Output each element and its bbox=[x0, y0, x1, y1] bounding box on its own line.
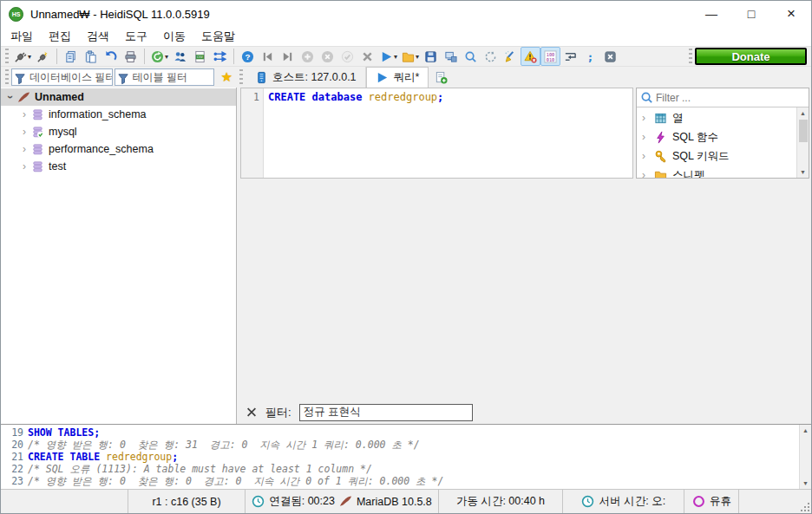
copy-button[interactable] bbox=[61, 47, 81, 66]
connect-button[interactable]: ▾ bbox=[11, 47, 33, 66]
query-tab-content: 1 CREATE database redredgroup; ›열›SQL 함수… bbox=[237, 88, 811, 424]
save-file-button[interactable] bbox=[421, 47, 441, 66]
tab-bar-grip[interactable] bbox=[239, 69, 243, 85]
print-button[interactable] bbox=[121, 47, 141, 66]
expand-icon[interactable]: › bbox=[642, 150, 653, 162]
post-changes-button[interactable] bbox=[337, 47, 357, 66]
reformat-button[interactable] bbox=[481, 47, 501, 66]
tree-node-label: Unnamed bbox=[35, 91, 84, 103]
sql-editor[interactable]: 1 CREATE database redredgroup; bbox=[240, 88, 633, 179]
favorites-star-button[interactable]: ★ bbox=[216, 69, 237, 85]
sql-log[interactable]: 19SHOW TABLES;20/* 영향 받은 행: 0 찾은 행: 31 경… bbox=[1, 425, 799, 489]
scroll-up-icon[interactable]: ▲ bbox=[800, 107, 806, 119]
menu-search[interactable]: 검색 bbox=[79, 27, 117, 46]
menu-tools[interactable]: 도구 bbox=[117, 27, 155, 46]
user-manager-button[interactable] bbox=[170, 47, 190, 66]
paste-button[interactable] bbox=[81, 47, 101, 66]
expand-icon[interactable]: › bbox=[642, 112, 653, 124]
close-button[interactable]: × bbox=[771, 1, 811, 27]
window-resize-grip[interactable] bbox=[799, 501, 810, 512]
first-row-button[interactable] bbox=[258, 47, 278, 66]
close-filter-icon[interactable] bbox=[246, 407, 258, 419]
expand-icon[interactable]: › bbox=[642, 169, 653, 178]
helpers-scroll-track[interactable] bbox=[799, 119, 808, 166]
main-toolbar: ▾▾CSV?▾▾100010; Donate bbox=[1, 46, 811, 67]
status-text: 연결됨: 00:23 bbox=[269, 494, 335, 509]
database-check-icon bbox=[30, 125, 44, 139]
donate-button[interactable]: Donate bbox=[695, 48, 807, 65]
folder-icon bbox=[653, 168, 667, 178]
toolbar-grip[interactable] bbox=[5, 49, 9, 64]
minimize-button[interactable]: — bbox=[691, 1, 731, 27]
menu-file[interactable]: 파일 bbox=[3, 27, 41, 46]
collapse-icon[interactable]: › bbox=[4, 91, 16, 103]
tab-query[interactable]: 쿼리* bbox=[366, 67, 429, 88]
tree-node-information_schema[interactable]: ›information_schema bbox=[1, 106, 236, 123]
expand-icon[interactable]: › bbox=[18, 108, 30, 120]
menu-help[interactable]: 도움말 bbox=[193, 27, 243, 46]
helper-node-SQL 함수[interactable]: ›SQL 함수 bbox=[637, 127, 796, 146]
find-button[interactable] bbox=[461, 47, 481, 66]
dropdown-caret-icon[interactable]: ▾ bbox=[416, 53, 419, 61]
filter-toolbar-grip[interactable] bbox=[5, 69, 9, 85]
menu-bar: 파일편집검색도구이동도움말 bbox=[1, 27, 811, 46]
semicolon-delimiter-button[interactable]: ; bbox=[580, 47, 600, 66]
tree-node-Unnamed[interactable]: ›Unnamed bbox=[1, 88, 236, 106]
discard-button[interactable] bbox=[357, 47, 377, 66]
code-token: redredgroup bbox=[369, 91, 437, 103]
expand-icon[interactable]: › bbox=[642, 131, 653, 143]
regex-filter-input[interactable] bbox=[299, 404, 473, 421]
tree-node-mysql[interactable]: ›mysql bbox=[1, 123, 236, 140]
log-scrollbar[interactable]: ▲ ▼ bbox=[799, 425, 811, 489]
menu-edit[interactable]: 편집 bbox=[41, 27, 79, 46]
helper-node-스니펫[interactable]: ›스니펫 bbox=[637, 166, 796, 178]
dropdown-caret-icon[interactable]: ▾ bbox=[394, 53, 397, 61]
new-query-tab-button[interactable] bbox=[429, 67, 453, 88]
run-button[interactable]: ▾ bbox=[377, 47, 399, 66]
menu-go[interactable]: 이동 bbox=[155, 27, 193, 46]
tree-node-test[interactable]: ›test bbox=[1, 158, 236, 175]
tab-host[interactable]: 호스트: 127.0.0.1 bbox=[246, 67, 366, 88]
last-row-icon bbox=[281, 49, 295, 63]
expand-icon[interactable]: › bbox=[18, 143, 30, 155]
dropdown-caret-icon[interactable]: ▾ bbox=[28, 53, 31, 61]
helpers-filter-input[interactable] bbox=[656, 92, 806, 104]
binary-literals-button[interactable]: 100010 bbox=[540, 47, 560, 66]
code-token: ; bbox=[172, 451, 178, 463]
database-tree-panel: ›Unnamed›information_schema›mysql›perfor… bbox=[1, 88, 237, 424]
scroll-down-icon[interactable]: ▼ bbox=[800, 166, 806, 178]
cancel-editing-button[interactable] bbox=[318, 47, 337, 66]
wrap-lines-button[interactable] bbox=[560, 47, 580, 66]
stop-on-errors-button[interactable] bbox=[521, 47, 540, 66]
undo-button[interactable] bbox=[101, 47, 121, 66]
export-query-button[interactable] bbox=[441, 47, 461, 66]
last-row-button[interactable] bbox=[278, 47, 298, 66]
insert-files-button[interactable] bbox=[210, 47, 230, 66]
dropdown-caret-icon[interactable]: ▾ bbox=[165, 53, 168, 61]
helper-node-SQL 키워드[interactable]: ›SQL 키워드 bbox=[637, 146, 796, 166]
helpers-scrollbar[interactable]: ▲ ▼ bbox=[796, 107, 809, 178]
tree-node-performance_schema[interactable]: ›performance_schema bbox=[1, 140, 236, 158]
query-helpers-panel: ›열›SQL 함수›SQL 키워드›스니펫 ▲ ▼ bbox=[636, 88, 809, 179]
disconnect-button[interactable] bbox=[33, 47, 53, 66]
insert-files-icon bbox=[213, 49, 227, 63]
maximize-button[interactable]: □ bbox=[731, 1, 771, 27]
helpers-body: ›열›SQL 함수›SQL 키워드›스니펫 ▲ ▼ bbox=[637, 107, 809, 178]
donate-toolbar-grip[interactable] bbox=[689, 49, 692, 64]
scroll-up-icon[interactable]: ▲ bbox=[802, 425, 809, 436]
helper-node-열[interactable]: ›열 bbox=[637, 108, 796, 127]
window-title: Unnamed₩ - HeidiSQL 11.0.0.5919 bbox=[30, 8, 210, 21]
expand-icon[interactable]: › bbox=[18, 160, 30, 172]
help-button[interactable]: ? bbox=[238, 47, 258, 66]
cleanup-button[interactable] bbox=[501, 47, 521, 66]
export-csv-button[interactable]: CSV bbox=[190, 47, 210, 66]
editor-code[interactable]: CREATE database redredgroup; bbox=[264, 88, 632, 178]
clock-icon bbox=[252, 495, 265, 509]
close-tab-button[interactable] bbox=[600, 47, 620, 66]
scroll-down-icon[interactable]: ▼ bbox=[802, 478, 809, 489]
insert-row-button[interactable] bbox=[298, 47, 318, 66]
helpers-scroll-thumb[interactable] bbox=[799, 120, 808, 142]
refresh-button[interactable]: ▾ bbox=[148, 47, 170, 66]
open-file-button[interactable]: ▾ bbox=[399, 47, 421, 66]
expand-icon[interactable]: › bbox=[18, 126, 30, 138]
